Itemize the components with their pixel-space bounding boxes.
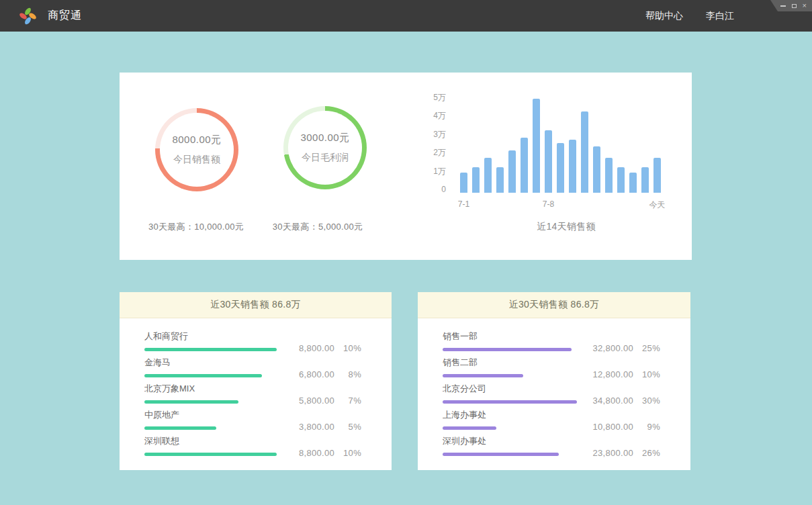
item-label: 北京分公司 — [443, 383, 577, 394]
item-value: 32,800.00 — [589, 343, 633, 353]
item-progress-bar — [443, 348, 572, 351]
today-profit-label: 今日毛利润 — [302, 152, 349, 164]
item-percent: 10% — [334, 343, 361, 353]
bar-chart-yaxis: 01万2万3万4万5万 — [428, 78, 446, 193]
bar — [617, 167, 625, 193]
minimize-icon — [780, 5, 786, 7]
card-title: 近30天销售额 86.8万 — [509, 299, 600, 311]
gauge-center: 3000.00元 今日毛利润 — [288, 111, 362, 185]
close-button[interactable]: × — [803, 0, 807, 11]
item-value: 3,800.00 — [290, 422, 334, 432]
item-progress-bar — [443, 453, 559, 456]
sales-30d-max-footnote: 30天最高：10,000.00元 — [148, 221, 244, 233]
list-item: 销售二部12,800.0010% — [443, 357, 660, 377]
maximize-icon — [792, 4, 797, 8]
bar — [533, 99, 540, 193]
list-item: 上海办事处10,800.009% — [443, 410, 660, 430]
item-label: 销售一部 — [443, 331, 572, 342]
bar — [569, 140, 576, 193]
item-value: 8,800.00 — [290, 448, 334, 458]
bar — [605, 158, 613, 193]
gauge-center: 8000.00元 今日销售额 — [160, 113, 234, 187]
item-percent: 30% — [633, 396, 660, 406]
sales-bar-chart: 01万2万3万4万5万 7-17-8今天 — [428, 78, 684, 193]
item-label: 北京万象MIX — [144, 383, 238, 394]
item-percent: 25% — [633, 343, 660, 353]
card-list: 人和商贸行8,800.0010%金海马6,800.008%北京万象MIX5,80… — [120, 318, 392, 456]
item-progress-bar — [144, 348, 277, 351]
list-item: 金海马6,800.008% — [144, 357, 361, 377]
item-percent: 26% — [633, 448, 660, 458]
bar — [508, 150, 516, 193]
y-tick-label: 5万 — [433, 93, 446, 102]
item-percent: 8% — [334, 369, 361, 379]
y-tick-label: 3万 — [433, 130, 446, 139]
bar-chart-xaxis: 7-17-8今天 — [460, 199, 662, 210]
x-tick-label: 今天 — [649, 199, 666, 211]
close-icon: × — [803, 2, 807, 9]
today-profit-value: 3000.00元 — [300, 132, 349, 144]
item-value: 6,800.00 — [290, 369, 334, 379]
card-title: 近30天销售额 86.8万 — [210, 299, 301, 311]
today-sales-value: 8000.00元 — [172, 134, 221, 146]
item-progress-bar — [443, 374, 523, 377]
bar — [484, 158, 492, 193]
minimize-button[interactable] — [780, 0, 786, 11]
item-value: 23,800.00 — [589, 448, 633, 458]
item-progress-bar — [144, 400, 238, 404]
item-progress-bar — [443, 426, 496, 430]
bar — [593, 146, 600, 193]
app-window: 商贸通 帮助中心 李白江 × 8000.00元 今日销售额 3000.00元 今… — [0, 0, 812, 505]
departments-sales-card: 近30天销售额 86.8万 销售一部32,800.0025%销售二部12,800… — [418, 292, 690, 470]
item-label: 金海马 — [144, 357, 262, 368]
top-nav: 帮助中心 李白江 — [645, 10, 734, 22]
bar — [653, 158, 661, 193]
bar — [545, 130, 552, 193]
x-tick-label: 7-1 — [458, 199, 469, 209]
list-item: 人和商贸行8,800.0010% — [144, 331, 361, 351]
item-label: 深圳联想 — [144, 436, 277, 447]
bar — [581, 111, 588, 193]
today-sales-label: 今日销售额 — [173, 154, 220, 166]
item-percent: 5% — [334, 422, 361, 432]
bar — [460, 173, 467, 193]
bar — [472, 167, 480, 193]
app-logo-pinwheel-icon — [19, 7, 37, 25]
item-progress-bar — [144, 453, 277, 456]
bar — [496, 167, 504, 193]
bar-chart-title: 近14天销售额 — [537, 221, 596, 233]
list-item: 销售一部32,800.0025% — [443, 331, 660, 351]
item-value: 34,800.00 — [589, 396, 633, 406]
y-tick-label: 0 — [441, 185, 446, 194]
bar-chart-bars — [460, 78, 661, 193]
item-value: 10,800.00 — [589, 422, 633, 432]
list-item: 北京万象MIX5,800.007% — [144, 383, 361, 404]
list-item: 深圳办事处23,800.0026% — [443, 436, 660, 456]
today-profit-gauge: 3000.00元 今日毛利润 — [283, 106, 367, 189]
app-title: 商贸通 — [48, 9, 82, 23]
item-label: 人和商贸行 — [144, 331, 277, 342]
customers-sales-card: 近30天销售额 86.8万 人和商贸行8,800.0010%金海马6,800.0… — [120, 292, 392, 470]
help-center-link[interactable]: 帮助中心 — [645, 10, 683, 22]
item-progress-bar — [443, 400, 577, 404]
list-item: 深圳联想8,800.0010% — [144, 436, 361, 456]
today-sales-gauge: 8000.00元 今日销售额 — [155, 108, 238, 191]
maximize-button[interactable] — [792, 0, 797, 11]
item-value: 8,800.00 — [290, 343, 334, 353]
y-tick-label: 2万 — [433, 148, 446, 157]
item-label: 中原地产 — [144, 410, 216, 420]
y-tick-label: 1万 — [433, 167, 446, 176]
overview-card: 8000.00元 今日销售额 3000.00元 今日毛利润 01万2万3万4万5… — [120, 73, 692, 260]
bar — [629, 173, 637, 193]
x-tick-label: 7-8 — [543, 199, 554, 209]
topbar: 商贸通 帮助中心 李白江 × — [0, 0, 812, 32]
y-tick-label: 4万 — [433, 111, 446, 120]
item-value: 12,800.00 — [589, 369, 633, 379]
user-menu[interactable]: 李白江 — [706, 10, 734, 22]
item-value: 5,800.00 — [290, 396, 334, 406]
bar — [521, 138, 528, 193]
card-header: 近30天销售额 86.8万 — [120, 292, 392, 318]
card-list: 销售一部32,800.0025%销售二部12,800.0010%北京分公司34,… — [418, 318, 690, 456]
item-percent: 10% — [334, 448, 361, 458]
item-progress-bar — [144, 426, 216, 430]
